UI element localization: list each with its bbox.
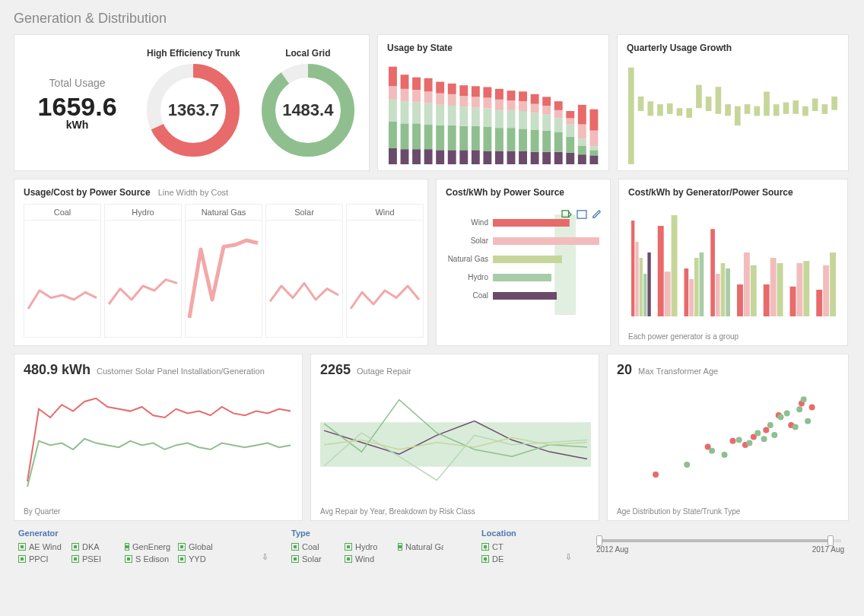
card-usage-by-state: Usage by State [377,34,609,171]
svg-rect-47 [483,98,491,109]
chart-outage[interactable] [320,378,591,500]
slider-thumb-to[interactable] [827,535,834,546]
chart-quarterly-growth[interactable] [627,58,840,164]
checkbox-icon[interactable] [18,543,26,551]
chart-age[interactable] [617,378,840,500]
donut-2[interactable]: 1483.4 [259,62,357,159]
svg-rect-151 [790,287,796,316]
svg-rect-78 [554,101,563,110]
usage-by-state-title: Usage by State [387,43,599,53]
svg-rect-89 [589,155,598,164]
svg-rect-90 [589,150,598,155]
svg-point-181 [801,396,807,402]
svg-rect-10 [401,123,409,149]
checkbox-icon[interactable] [178,543,186,551]
svg-rect-20 [424,125,433,150]
checkbox-icon[interactable] [291,555,299,563]
svg-rect-13 [401,75,409,89]
filter-item-coal[interactable]: Coal [291,542,337,551]
filter-item-yyd[interactable]: YYD [178,554,224,564]
chart-cost-kwh[interactable]: WindSolarNatural GasHydroCoal [446,202,604,332]
svg-rect-131 [640,258,643,316]
checkbox-icon[interactable] [398,543,402,551]
facet-chart[interactable] [186,221,262,335]
svg-point-170 [722,452,728,458]
svg-rect-149 [770,258,777,316]
svg-rect-94 [628,68,634,164]
facet-chart[interactable] [347,221,423,335]
chart-usage-by-state[interactable] [387,58,600,164]
svg-rect-134 [658,226,664,316]
svg-rect-152 [796,263,802,316]
date-slider[interactable]: 2012 Aug 2017 Aug [595,529,846,554]
filter-item-ct[interactable]: CT [481,542,527,551]
svg-point-176 [771,432,777,438]
facet-chart[interactable] [24,221,100,335]
filter-item-ppci[interactable]: PPCI [18,554,64,564]
svg-rect-76 [554,118,563,132]
facet-title-natural-gas: Natural Gas [186,205,262,221]
checkbox-icon[interactable] [178,555,186,563]
filter-item-solar[interactable]: Solar [291,554,337,564]
filter-item-wind[interactable]: Wind [345,554,390,564]
plus-icon[interactable] [481,555,489,563]
svg-rect-34 [459,150,468,164]
svg-rect-4 [389,148,397,164]
checkbox-icon[interactable] [345,555,352,563]
svg-rect-91 [589,147,598,151]
card-age: 20Max Transformer Age Age Distribution b… [607,354,849,521]
svg-point-174 [761,436,767,442]
svg-rect-128 [493,292,557,300]
svg-rect-6 [389,100,397,122]
svg-rect-133 [647,252,650,316]
export-icon[interactable] [561,210,572,219]
edit-icon[interactable] [592,210,602,219]
svg-rect-129 [631,221,634,316]
filter-item-natural-gas[interactable]: Natural Gas [398,542,443,551]
slider-thumb-from[interactable] [596,535,602,546]
facet-title-wind: Wind [347,205,423,221]
svg-rect-48 [483,87,491,98]
checkbox-icon[interactable] [345,543,352,551]
generator-expand-icon[interactable]: ⇩ [262,552,268,562]
filter-item-s-edison[interactable]: S Edison [125,554,170,564]
filter-item-genenergy[interactable]: GenEnergy [125,542,170,551]
filter-item-de[interactable]: DE [481,554,527,564]
checkbox-icon[interactable] [125,555,132,563]
svg-rect-99 [677,108,683,116]
maximize-icon[interactable] [577,210,587,219]
checkbox-icon[interactable] [18,555,26,563]
svg-rect-27 [436,94,444,105]
filter-item-psei[interactable]: PSEI [71,554,117,564]
card-cost-gen: Cost/kWh by Generator/Power Source Each … [618,179,848,346]
donut-2-value: 1483.4 [259,62,357,159]
donut-2-title: Local Grid [256,48,360,59]
svg-rect-135 [665,271,671,316]
filter-item-ae-wind[interactable]: AE Wind [18,542,64,551]
svg-rect-11 [401,101,409,123]
filter-item-hydro[interactable]: Hydro [345,542,390,551]
svg-rect-25 [436,125,444,151]
svg-rect-60 [519,129,527,151]
svg-rect-66 [531,113,539,129]
filter-item-global[interactable]: Global [178,542,224,551]
svg-rect-137 [685,268,689,316]
chart-solar[interactable] [24,378,294,500]
filter-item-dka[interactable]: DKA [71,542,117,551]
svg-rect-150 [777,263,783,316]
checkbox-icon[interactable] [71,555,79,563]
card-usage-cost: Usage/Cost by Power Source Line Width by… [14,179,428,346]
svg-point-171 [736,437,742,443]
facet-chart[interactable] [105,221,181,335]
facet-chart[interactable] [266,221,342,335]
checkbox-icon[interactable] [71,543,79,551]
donut-1[interactable]: 1363.7 [145,62,242,159]
chart-cost-gen[interactable] [628,202,840,324]
plus-icon[interactable] [481,543,489,551]
svg-rect-97 [657,104,663,116]
checkbox-icon[interactable] [125,543,129,551]
location-expand-icon[interactable]: ⇩ [565,552,572,562]
svg-point-172 [746,440,752,446]
checkbox-icon[interactable] [291,543,299,551]
svg-rect-7 [389,86,397,100]
